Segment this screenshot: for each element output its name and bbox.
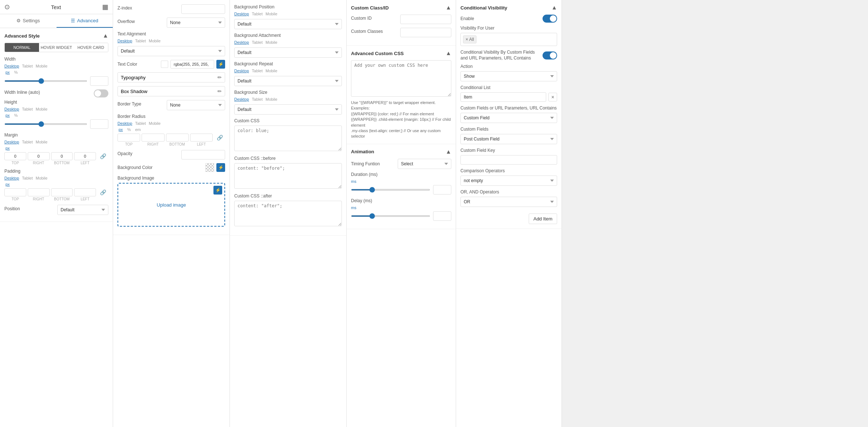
duration-value-input[interactable] xyxy=(433,185,451,195)
margin-left-input[interactable] xyxy=(74,152,96,160)
advanced-css-collapse-icon[interactable]: ▲ xyxy=(445,50,451,57)
delay-value-input[interactable] xyxy=(433,211,451,221)
comparison-select[interactable]: not empty empty equals not equals contai… xyxy=(460,176,557,186)
add-item-button[interactable]: Add Item xyxy=(529,214,557,224)
width-unit-px[interactable]: px xyxy=(4,70,11,75)
custom-css-before-textarea[interactable] xyxy=(234,163,342,189)
border-mobile-tab[interactable]: Mobile xyxy=(149,121,161,126)
bg-color-checker[interactable] xyxy=(205,163,214,172)
bg-size-select[interactable]: Default Cover Contain Auto xyxy=(234,104,342,115)
bgattach-desktop-tab[interactable]: Desktop xyxy=(234,40,249,45)
overflow-select[interactable]: None Hidden Auto Scroll xyxy=(167,18,225,28)
opacity-input[interactable] xyxy=(181,150,225,159)
item-input[interactable] xyxy=(460,92,546,102)
bgpos-mobile-tab[interactable]: Mobile xyxy=(266,12,277,16)
width-mobile-tab[interactable]: Mobile xyxy=(36,64,47,68)
tab-advanced[interactable]: ☰ Advanced xyxy=(57,14,113,28)
width-slider[interactable] xyxy=(4,80,87,82)
margin-mobile-tab[interactable]: Mobile xyxy=(36,140,47,144)
all-badge[interactable]: × All xyxy=(463,35,477,43)
custom-id-input[interactable] xyxy=(400,15,451,24)
custom-class-collapse-icon[interactable]: ▲ xyxy=(445,4,451,11)
padding-link-icon[interactable]: 🔗 xyxy=(97,188,108,196)
cond-fields-select[interactable]: Custom Field URL Parameter URL Contains xyxy=(460,113,557,123)
border-unit-em[interactable]: em xyxy=(134,127,142,132)
border-radius-top[interactable] xyxy=(117,134,140,142)
height-desktop-tab[interactable]: Desktop xyxy=(4,107,19,111)
margin-link-icon[interactable]: 🔗 xyxy=(97,152,108,160)
padding-bottom-input[interactable] xyxy=(51,188,73,196)
padding-unit-px[interactable]: px xyxy=(4,182,11,187)
custom-css-after-textarea[interactable] xyxy=(234,201,342,226)
upload-area[interactable]: Upload image ⚡ xyxy=(117,183,225,227)
toggle-normal[interactable]: NORMAL xyxy=(5,43,39,52)
bg-repeat-select[interactable]: Default No Repeat Repeat Repeat X Repeat… xyxy=(234,76,342,86)
bgsize-desktop-tab[interactable]: Desktop xyxy=(234,97,249,101)
textalign-mobile-tab[interactable]: Mobile xyxy=(149,39,161,43)
timing-select[interactable]: Select Linear Ease Ease In Ease Out xyxy=(398,159,451,169)
bg-position-select[interactable]: Default Top Left Top Center Top Right Ce… xyxy=(234,19,342,29)
text-color-dynamic-btn[interactable]: ⚡ xyxy=(216,60,225,69)
bgrepeat-mobile-tab[interactable]: Mobile xyxy=(266,69,277,73)
bgrepeat-desktop-tab[interactable]: Desktop xyxy=(234,69,249,73)
bgattach-tablet-tab[interactable]: Tablet xyxy=(252,40,262,45)
border-radius-right[interactable] xyxy=(142,134,164,142)
padding-top-input[interactable] xyxy=(4,188,26,196)
animation-collapse-icon[interactable]: ▲ xyxy=(445,149,451,155)
margin-tablet-tab[interactable]: Tablet xyxy=(22,140,32,144)
padding-tablet-tab[interactable]: Tablet xyxy=(22,176,32,180)
bgsize-mobile-tab[interactable]: Mobile xyxy=(266,97,277,101)
toggle-hover-card[interactable]: HOVER CARD xyxy=(74,43,108,52)
or-and-select[interactable]: OR AND xyxy=(460,197,557,207)
height-mobile-tab[interactable]: Mobile xyxy=(36,107,47,111)
width-desktop-tab[interactable]: Desktop xyxy=(4,64,19,68)
padding-desktop-tab[interactable]: Desktop xyxy=(4,176,19,180)
cond-collapse-icon[interactable]: ▲ xyxy=(551,4,557,11)
grid-icon[interactable]: ▦ xyxy=(102,3,108,11)
padding-left-input[interactable] xyxy=(74,188,96,196)
bgattach-mobile-tab[interactable]: Mobile xyxy=(266,40,277,45)
back-icon[interactable]: ⊙ xyxy=(4,3,10,11)
bgrepeat-tablet-tab[interactable]: Tablet xyxy=(252,69,262,73)
border-radius-link-icon[interactable]: 🔗 xyxy=(214,134,225,142)
box-shadow-edit-icon[interactable]: ✏ xyxy=(217,88,222,94)
width-tablet-tab[interactable]: Tablet xyxy=(22,64,32,68)
bgpos-desktop-tab[interactable]: Desktop xyxy=(234,12,249,16)
margin-top-input[interactable] xyxy=(4,152,26,160)
margin-unit-px[interactable]: px xyxy=(4,146,11,151)
text-color-swatch[interactable] xyxy=(161,61,168,68)
field-key-input[interactable] xyxy=(460,155,557,165)
height-slider[interactable] xyxy=(4,123,87,125)
tab-settings[interactable]: ⚙ Settings xyxy=(0,14,57,28)
height-tablet-tab[interactable]: Tablet xyxy=(22,107,32,111)
advanced-css-textarea[interactable] xyxy=(351,60,451,97)
upload-dynamic-btn[interactable]: ⚡ xyxy=(213,186,222,195)
custom-fields-select[interactable]: Post Custom Field User Custom Field Term… xyxy=(460,134,557,144)
border-desktop-tab[interactable]: Desktop xyxy=(117,121,132,126)
duration-slider[interactable] xyxy=(351,189,430,191)
collapse-icon[interactable]: ▲ xyxy=(103,32,108,39)
typography-edit-icon[interactable]: ✏ xyxy=(217,74,222,80)
cond-by-toggle[interactable] xyxy=(543,51,557,59)
bg-color-dynamic-btn[interactable]: ⚡ xyxy=(216,163,225,172)
zindex-input[interactable] xyxy=(181,4,225,14)
margin-desktop-tab[interactable]: Desktop xyxy=(4,140,19,144)
position-select[interactable]: Default Absolute Fixed Relative xyxy=(57,205,108,215)
delay-slider[interactable] xyxy=(351,215,430,217)
border-radius-left[interactable] xyxy=(190,134,213,142)
bgpos-tablet-tab[interactable]: Tablet xyxy=(252,12,262,16)
bgsize-tablet-tab[interactable]: Tablet xyxy=(252,97,262,101)
height-unit-percent[interactable]: % xyxy=(13,113,19,118)
border-type-select[interactable]: None Solid Dashed Dotted xyxy=(167,100,225,110)
textalign-desktop-tab[interactable]: Desktop xyxy=(117,39,132,43)
width-value-input[interactable] xyxy=(90,76,108,86)
width-unit-percent[interactable]: % xyxy=(13,70,19,75)
toggle-hover-widget[interactable]: HOVER WIDGET xyxy=(39,43,73,52)
border-unit-percent[interactable]: % xyxy=(126,127,132,132)
textalign-tablet-tab[interactable]: Tablet xyxy=(135,39,146,43)
height-unit-px[interactable]: px xyxy=(4,113,11,118)
bg-attachment-select[interactable]: Default Scroll Fixed Local xyxy=(234,47,342,58)
margin-right-input[interactable] xyxy=(28,152,50,160)
enable-toggle[interactable] xyxy=(543,15,557,23)
height-value-input[interactable] xyxy=(90,119,108,129)
